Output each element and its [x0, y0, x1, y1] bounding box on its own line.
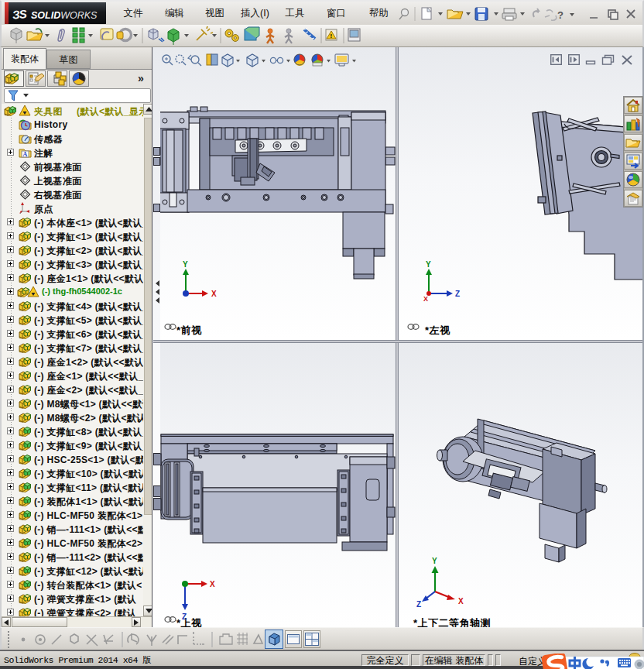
svg-text:X: X [458, 597, 464, 606]
svg-text:X: X [423, 295, 428, 303]
svg-text:?: ? [557, 9, 564, 21]
svg-text:Y: Y [432, 557, 437, 565]
svg-text:X: X [210, 580, 215, 588]
svg-text:X: X [211, 290, 217, 298]
svg-text:A: A [23, 151, 28, 158]
svg-text:!: ! [331, 33, 333, 39]
svg-text:Z: Z [416, 600, 421, 609]
svg-text:Y: Y [183, 261, 188, 269]
svg-text:ЗS: ЗS [12, 7, 27, 22]
svg-text:Z: Z [455, 290, 460, 298]
svg-text:Z: Z [182, 612, 187, 621]
svg-text:Y: Y [426, 261, 431, 269]
svg-text:SOLIDWORKS: SOLIDWORKS [31, 10, 98, 21]
